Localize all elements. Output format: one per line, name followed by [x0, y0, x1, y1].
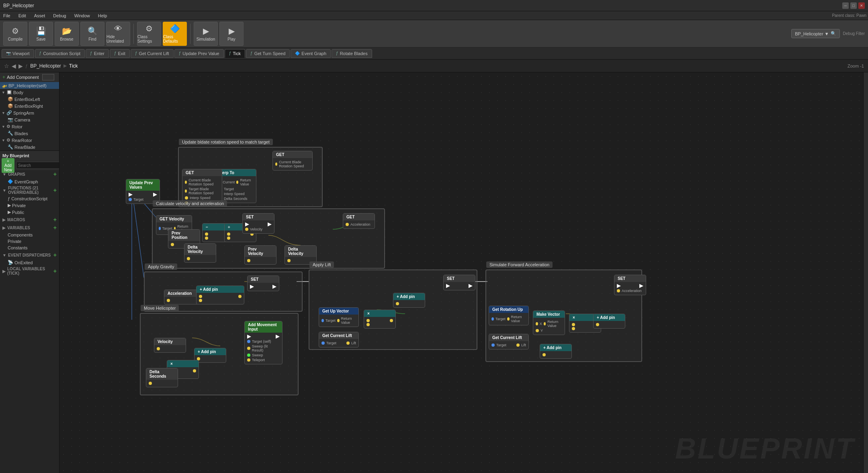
- menu-asset[interactable]: Asset: [33, 12, 47, 19]
- hide-unrelated-button[interactable]: 👁 Hide Unrelated: [106, 22, 130, 46]
- class-settings-button[interactable]: ⚙ Class Settings: [137, 22, 161, 46]
- tree-item-rotor[interactable]: ▼ ⚙ Rotor: [0, 123, 59, 130]
- breadcrumb-blueprint[interactable]: BP_Helicopter: [30, 63, 61, 69]
- node-acceleration-gravity[interactable]: Acceleration: [164, 290, 200, 304]
- node-make-vector-fwd[interactable]: Make Vector X Return Value Y: [533, 311, 565, 335]
- node-get-rot-up[interactable]: Get Rotation Up Target Return Value: [489, 306, 529, 325]
- tree-item-on-exited[interactable]: 📡 OnExited: [0, 259, 59, 266]
- blueprint-search-input[interactable]: [16, 162, 59, 169]
- play-button[interactable]: ▶ Play: [219, 22, 244, 46]
- node-add-movement[interactable]: Add Movement Input Target (self) Sweep (…: [244, 321, 283, 364]
- tree-item-components-var[interactable]: Components: [0, 232, 59, 238]
- node-add-fwd2[interactable]: + Add pin: [540, 344, 572, 359]
- tree-item-constants[interactable]: Constants: [0, 245, 59, 251]
- tab-construction-script[interactable]: ƒ Construction Script: [35, 49, 85, 58]
- node-gravity-exec[interactable]: SET: [247, 276, 279, 291]
- simulation-button[interactable]: ▶ Simulation: [194, 22, 218, 46]
- ml-out: [390, 319, 393, 322]
- debug-filter-button[interactable]: BP_Helicopter ▼ 🔍: [791, 29, 839, 38]
- node-get-up-vector[interactable]: Get Up Vector Target Return Value: [319, 307, 359, 327]
- menu-help[interactable]: Help: [96, 12, 109, 19]
- variables-add-icon[interactable]: +: [53, 224, 57, 231]
- node-velocity-mover[interactable]: Velocity: [154, 338, 186, 353]
- tree-item-self[interactable]: 🚁 BP_Helicopter(self): [0, 82, 59, 89]
- event-dispatchers-section[interactable]: ▼ Event Dispatchers +: [0, 251, 59, 259]
- event-dispatchers-add-icon[interactable]: +: [53, 252, 57, 258]
- component-search-input[interactable]: [42, 74, 54, 80]
- tab-get-turn-speed[interactable]: ƒ Get Turn Speed: [246, 49, 290, 58]
- node-lift-exec[interactable]: SET: [443, 275, 475, 290]
- tree-item-body[interactable]: ▼ 🔲 Body: [0, 89, 59, 96]
- menu-debug[interactable]: Debug: [51, 12, 68, 19]
- tab-viewport[interactable]: 📷 Viewport: [2, 49, 34, 58]
- macros-add-icon[interactable]: +: [53, 216, 57, 223]
- node-multiply-lift[interactable]: ×: [364, 310, 396, 329]
- macros-section[interactable]: ▶ Macros +: [0, 216, 59, 224]
- tab-rotate-blades[interactable]: ƒ Rotate Blades: [332, 49, 372, 58]
- ml-a: [366, 319, 370, 322]
- node-delta-velocity[interactable]: Delta Velocity: [184, 243, 216, 263]
- gcl2-lift-label: Lift: [521, 343, 526, 347]
- node-add-pin-lift[interactable]: + Add pin: [393, 293, 425, 308]
- local-variables-section[interactable]: ▶ Local Variables (Tick) +: [0, 266, 59, 276]
- node-get-acceleration[interactable]: GET Acceleration: [343, 213, 375, 229]
- node-add-fwd[interactable]: + Add pin: [593, 314, 625, 329]
- variables-section[interactable]: ▶ Variables +: [0, 224, 59, 232]
- functions-section[interactable]: ▼ Functions (21 Overridable) +: [0, 185, 59, 195]
- menu-window[interactable]: Window: [73, 12, 92, 19]
- tab-update-prev-value[interactable]: ƒ Update Prev Value: [174, 49, 224, 58]
- tree-item-private-var[interactable]: Private: [0, 238, 59, 245]
- node-get-set-velocity[interactable]: SET Velocity: [242, 213, 274, 234]
- tree-item-spring-arm[interactable]: ▼ 🔗 SpringArm: [0, 109, 59, 116]
- comment-update-blade-label: Update bldate rotation speed to match ta…: [179, 139, 273, 145]
- tab-get-current-lift[interactable]: ƒ Get Current Lift: [131, 49, 174, 58]
- tree-item-blades[interactable]: 🔧 Blades: [0, 130, 59, 137]
- nav-forward[interactable]: ▶: [18, 63, 23, 69]
- save-button[interactable]: 💾 Save: [29, 22, 53, 46]
- node-get-current-lift[interactable]: Get Current Lift Target Lift: [319, 332, 359, 348]
- tab-enter[interactable]: ƒ Enter: [86, 49, 109, 58]
- graphs-add-icon[interactable]: +: [53, 171, 57, 177]
- add-component-header[interactable]: + Add Component: [0, 72, 59, 82]
- tab-tick[interactable]: ƒ Tick: [225, 49, 245, 58]
- compile-button[interactable]: ⚙ Compile: [3, 22, 27, 46]
- close-button[interactable]: ✕: [858, 2, 865, 9]
- minimize-button[interactable]: ─: [842, 2, 849, 9]
- local-variables-add-icon[interactable]: +: [53, 268, 57, 274]
- find-button[interactable]: 🔍 Find: [80, 22, 104, 46]
- nav-back[interactable]: ◀: [12, 63, 16, 69]
- menu-file[interactable]: File: [2, 12, 12, 19]
- browse-button[interactable]: 📂 Browse: [55, 22, 79, 46]
- tree-item-public[interactable]: ▶ Public: [0, 209, 59, 216]
- node-add-gravity[interactable]: + Add pin: [196, 286, 244, 304]
- up-return: [337, 319, 340, 322]
- tree-item-camera[interactable]: 📷 Camera: [0, 116, 59, 123]
- node-delta-sec-mover[interactable]: Delta Seconds: [146, 368, 178, 387]
- node-forward-exec[interactable]: SET Acceleration: [614, 275, 646, 295]
- tree-item-rear-blade[interactable]: 🔧 RearBlade: [0, 144, 59, 150]
- favorite-icon[interactable]: ☆: [4, 63, 9, 69]
- tab-event-graph[interactable]: 🔷 Event Graph: [291, 49, 331, 58]
- tab-exit[interactable]: ƒ Exit: [110, 49, 130, 58]
- tree-item-private[interactable]: ▶ Private: [0, 202, 59, 209]
- node-add-pin-mover[interactable]: + Add pin: [194, 348, 226, 363]
- target-pin: [129, 198, 132, 201]
- node-lerp-to[interactable]: Lerp To Current Return Value Target Inte…: [216, 169, 256, 203]
- functions-add-icon[interactable]: +: [53, 187, 57, 193]
- tree-item-enter-box-right[interactable]: 📦 EnterBoxRight: [0, 103, 59, 109]
- node-get-current-lift2[interactable]: Get Current Lift Target Lift: [489, 334, 529, 350]
- node-get-blade-speed[interactable]: GET Current Blade Rotation Speed: [272, 151, 313, 171]
- maximize-button[interactable]: □: [850, 2, 857, 9]
- tree-item-enter-box-left[interactable]: 📦 EnterBoxLeft: [0, 96, 59, 103]
- pv-pin: [247, 259, 250, 262]
- class-defaults-button[interactable]: 🔷 Class Defaults: [163, 22, 187, 46]
- tree-item-construction-script[interactable]: ƒ ConstructionScript: [0, 195, 59, 202]
- right-scrollbar[interactable]: [863, 72, 868, 473]
- blueprint-canvas[interactable]: Update bldate rotation speed to match ta…: [59, 72, 863, 473]
- node-prev-velocity[interactable]: Prev Velocity: [244, 245, 276, 265]
- variables-arrow: ▶: [2, 226, 6, 230]
- tree-item-event-graph[interactable]: 🔷 EventGraph: [0, 178, 59, 185]
- tree-item-rear-rotor[interactable]: ▼ ⚙ RearRotor: [0, 137, 59, 144]
- graphs-section[interactable]: ▼ Graphs +: [0, 170, 59, 178]
- menu-edit[interactable]: Edit: [17, 12, 28, 19]
